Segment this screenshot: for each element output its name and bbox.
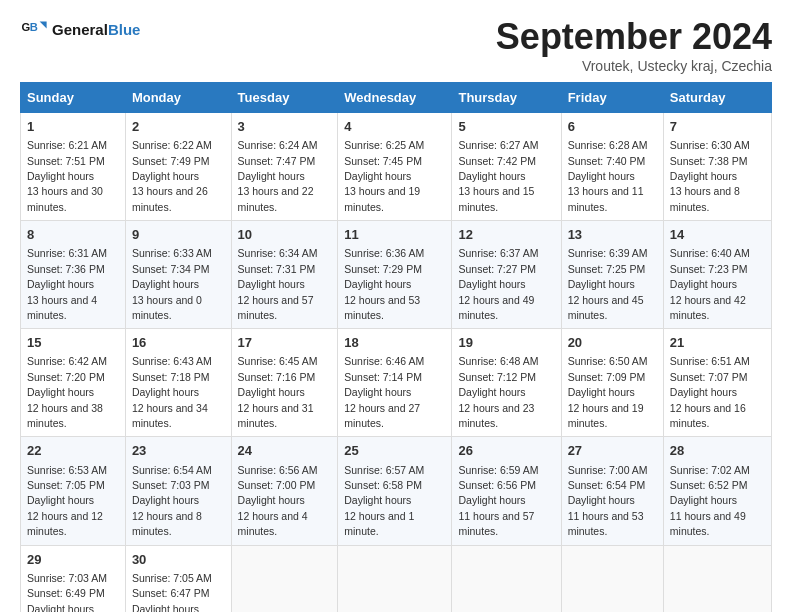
day-info: Sunrise: 6:37 AMSunset: 7:27 PMDaylight …	[458, 247, 538, 321]
day-number: 9	[132, 226, 225, 244]
calendar-cell: 20Sunrise: 6:50 AMSunset: 7:09 PMDayligh…	[561, 329, 663, 437]
day-info: Sunrise: 6:27 AMSunset: 7:42 PMDaylight …	[458, 139, 538, 213]
day-number: 2	[132, 118, 225, 136]
day-info: Sunrise: 6:40 AMSunset: 7:23 PMDaylight …	[670, 247, 750, 321]
calendar-cell: 12Sunrise: 6:37 AMSunset: 7:27 PMDayligh…	[452, 221, 561, 329]
calendar-cell: 16Sunrise: 6:43 AMSunset: 7:18 PMDayligh…	[125, 329, 231, 437]
day-info: Sunrise: 6:42 AMSunset: 7:20 PMDaylight …	[27, 355, 107, 429]
calendar-cell: 10Sunrise: 6:34 AMSunset: 7:31 PMDayligh…	[231, 221, 338, 329]
logo-icon: G B	[20, 16, 48, 44]
page-header: G B GeneralBlue September 2024 Vroutek, …	[20, 16, 772, 74]
svg-marker-2	[40, 22, 47, 29]
day-info: Sunrise: 6:46 AMSunset: 7:14 PMDaylight …	[344, 355, 424, 429]
day-number: 11	[344, 226, 445, 244]
day-number: 17	[238, 334, 332, 352]
day-info: Sunrise: 6:36 AMSunset: 7:29 PMDaylight …	[344, 247, 424, 321]
weekday-header: Thursday	[452, 83, 561, 113]
day-number: 21	[670, 334, 765, 352]
day-number: 1	[27, 118, 119, 136]
day-number: 7	[670, 118, 765, 136]
day-info: Sunrise: 6:34 AMSunset: 7:31 PMDaylight …	[238, 247, 318, 321]
day-info: Sunrise: 6:28 AMSunset: 7:40 PMDaylight …	[568, 139, 648, 213]
calendar-cell: 30Sunrise: 7:05 AMSunset: 6:47 PMDayligh…	[125, 545, 231, 612]
calendar-cell: 13Sunrise: 6:39 AMSunset: 7:25 PMDayligh…	[561, 221, 663, 329]
day-number: 8	[27, 226, 119, 244]
calendar-cell: 18Sunrise: 6:46 AMSunset: 7:14 PMDayligh…	[338, 329, 452, 437]
calendar-cell: 14Sunrise: 6:40 AMSunset: 7:23 PMDayligh…	[663, 221, 771, 329]
weekday-header: Sunday	[21, 83, 126, 113]
day-info: Sunrise: 6:51 AMSunset: 7:07 PMDaylight …	[670, 355, 750, 429]
calendar-cell: 7Sunrise: 6:30 AMSunset: 7:38 PMDaylight…	[663, 113, 771, 221]
day-number: 6	[568, 118, 657, 136]
calendar-week-row: 15Sunrise: 6:42 AMSunset: 7:20 PMDayligh…	[21, 329, 772, 437]
day-number: 3	[238, 118, 332, 136]
calendar-table: SundayMondayTuesdayWednesdayThursdayFrid…	[20, 82, 772, 612]
day-number: 22	[27, 442, 119, 460]
day-info: Sunrise: 7:03 AMSunset: 6:49 PMDaylight …	[27, 572, 107, 612]
weekday-header: Wednesday	[338, 83, 452, 113]
day-number: 24	[238, 442, 332, 460]
weekday-header: Saturday	[663, 83, 771, 113]
calendar-cell: 8Sunrise: 6:31 AMSunset: 7:36 PMDaylight…	[21, 221, 126, 329]
calendar-cell: 6Sunrise: 6:28 AMSunset: 7:40 PMDaylight…	[561, 113, 663, 221]
calendar-cell: 9Sunrise: 6:33 AMSunset: 7:34 PMDaylight…	[125, 221, 231, 329]
logo-text-general: General	[52, 21, 108, 38]
day-info: Sunrise: 6:25 AMSunset: 7:45 PMDaylight …	[344, 139, 424, 213]
calendar-week-row: 29Sunrise: 7:03 AMSunset: 6:49 PMDayligh…	[21, 545, 772, 612]
calendar-cell	[338, 545, 452, 612]
calendar-cell	[452, 545, 561, 612]
weekday-header: Tuesday	[231, 83, 338, 113]
day-number: 29	[27, 551, 119, 569]
calendar-cell: 11Sunrise: 6:36 AMSunset: 7:29 PMDayligh…	[338, 221, 452, 329]
day-info: Sunrise: 6:33 AMSunset: 7:34 PMDaylight …	[132, 247, 212, 321]
day-info: Sunrise: 6:22 AMSunset: 7:49 PMDaylight …	[132, 139, 212, 213]
day-info: Sunrise: 6:39 AMSunset: 7:25 PMDaylight …	[568, 247, 648, 321]
weekday-header: Monday	[125, 83, 231, 113]
calendar-week-row: 8Sunrise: 6:31 AMSunset: 7:36 PMDaylight…	[21, 221, 772, 329]
day-number: 13	[568, 226, 657, 244]
day-number: 18	[344, 334, 445, 352]
day-info: Sunrise: 6:53 AMSunset: 7:05 PMDaylight …	[27, 464, 107, 538]
calendar-cell: 2Sunrise: 6:22 AMSunset: 7:49 PMDaylight…	[125, 113, 231, 221]
svg-text:G: G	[21, 21, 30, 33]
calendar-cell: 22Sunrise: 6:53 AMSunset: 7:05 PMDayligh…	[21, 437, 126, 545]
day-info: Sunrise: 7:05 AMSunset: 6:47 PMDaylight …	[132, 572, 212, 612]
weekday-header: Friday	[561, 83, 663, 113]
day-info: Sunrise: 6:50 AMSunset: 7:09 PMDaylight …	[568, 355, 648, 429]
calendar-cell: 1Sunrise: 6:21 AMSunset: 7:51 PMDaylight…	[21, 113, 126, 221]
calendar-cell: 3Sunrise: 6:24 AMSunset: 7:47 PMDaylight…	[231, 113, 338, 221]
day-number: 27	[568, 442, 657, 460]
day-info: Sunrise: 6:24 AMSunset: 7:47 PMDaylight …	[238, 139, 318, 213]
logo: G B GeneralBlue	[20, 16, 140, 44]
month-title: September 2024	[496, 16, 772, 58]
day-number: 14	[670, 226, 765, 244]
calendar-cell: 15Sunrise: 6:42 AMSunset: 7:20 PMDayligh…	[21, 329, 126, 437]
day-number: 12	[458, 226, 554, 244]
calendar-cell: 5Sunrise: 6:27 AMSunset: 7:42 PMDaylight…	[452, 113, 561, 221]
calendar-cell	[561, 545, 663, 612]
calendar-cell: 21Sunrise: 6:51 AMSunset: 7:07 PMDayligh…	[663, 329, 771, 437]
day-number: 28	[670, 442, 765, 460]
day-info: Sunrise: 6:45 AMSunset: 7:16 PMDaylight …	[238, 355, 318, 429]
day-info: Sunrise: 6:56 AMSunset: 7:00 PMDaylight …	[238, 464, 318, 538]
title-block: September 2024 Vroutek, Ustecky kraj, Cz…	[496, 16, 772, 74]
calendar-cell: 24Sunrise: 6:56 AMSunset: 7:00 PMDayligh…	[231, 437, 338, 545]
calendar-cell: 19Sunrise: 6:48 AMSunset: 7:12 PMDayligh…	[452, 329, 561, 437]
calendar-cell: 27Sunrise: 7:00 AMSunset: 6:54 PMDayligh…	[561, 437, 663, 545]
logo-text-blue: Blue	[108, 21, 141, 38]
calendar-cell	[663, 545, 771, 612]
day-info: Sunrise: 6:31 AMSunset: 7:36 PMDaylight …	[27, 247, 107, 321]
day-info: Sunrise: 6:59 AMSunset: 6:56 PMDaylight …	[458, 464, 538, 538]
calendar-cell: 4Sunrise: 6:25 AMSunset: 7:45 PMDaylight…	[338, 113, 452, 221]
day-number: 16	[132, 334, 225, 352]
day-info: Sunrise: 7:00 AMSunset: 6:54 PMDaylight …	[568, 464, 648, 538]
calendar-cell: 25Sunrise: 6:57 AMSunset: 6:58 PMDayligh…	[338, 437, 452, 545]
calendar-week-row: 1Sunrise: 6:21 AMSunset: 7:51 PMDaylight…	[21, 113, 772, 221]
day-number: 10	[238, 226, 332, 244]
day-info: Sunrise: 7:02 AMSunset: 6:52 PMDaylight …	[670, 464, 750, 538]
day-number: 4	[344, 118, 445, 136]
day-number: 30	[132, 551, 225, 569]
day-info: Sunrise: 6:54 AMSunset: 7:03 PMDaylight …	[132, 464, 212, 538]
calendar-cell: 26Sunrise: 6:59 AMSunset: 6:56 PMDayligh…	[452, 437, 561, 545]
day-info: Sunrise: 6:21 AMSunset: 7:51 PMDaylight …	[27, 139, 107, 213]
